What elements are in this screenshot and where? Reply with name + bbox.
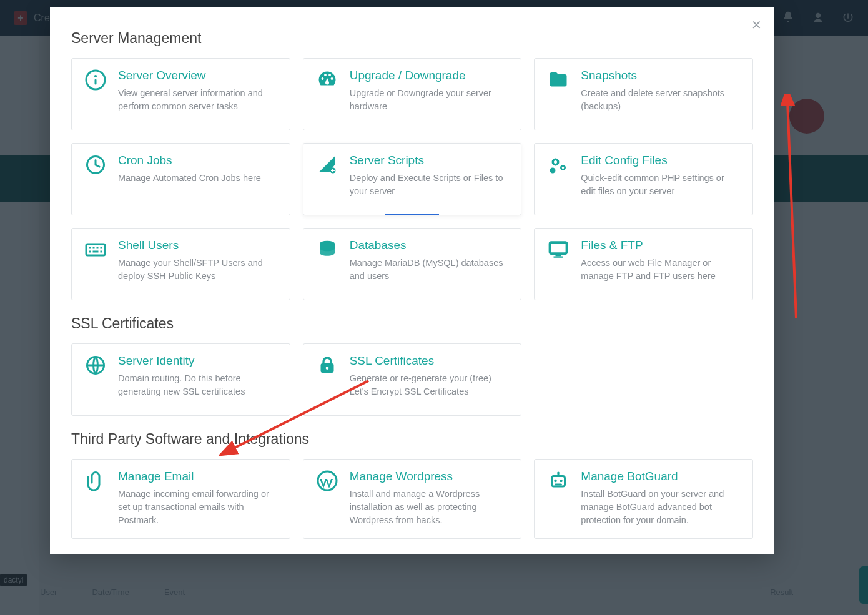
card-desc: Install BotGuard on your server and mana… [581,488,741,527]
card-files-ftp[interactable]: Files & FTP Access our web File Manager … [534,228,753,300]
lock-icon [315,354,340,404]
card-manage-wordpress[interactable]: Manage Wordpress Install and manage a Wo… [303,459,522,539]
robot-icon [546,470,571,527]
card-title: Server Scripts [350,154,510,168]
section-third-party: Third Party Software and Integrations [71,431,753,448]
keyboard-icon [83,239,108,288]
card-cron-jobs[interactable]: Cron Jobs Manage Automated Cron Jobs her… [71,143,290,215]
svg-rect-1 [95,79,97,85]
card-title: Server Identity [118,354,279,368]
card-title: SSL Certificates [350,354,510,368]
card-title: Databases [350,239,510,253]
monitor-icon [546,239,571,288]
wordpress-icon [315,470,340,527]
card-manage-email[interactable]: Manage Email Manage incoming email forwa… [71,459,290,539]
card-title: Edit Config Files [581,154,741,168]
script-icon [315,154,340,204]
card-shell-users[interactable]: Shell Users Manage your Shell/SFTP Users… [71,228,290,300]
card-desc: Deploy and Execute Scripts or Files to y… [350,172,510,198]
card-edit-config[interactable]: Edit Config Files Quick-edit common PHP … [534,143,753,215]
card-title: Server Overview [118,69,279,83]
card-desc: Generate or re-generate your (free) Let'… [350,372,510,398]
card-desc: Install and manage a Wordpress installat… [350,488,510,527]
svg-rect-15 [554,257,563,258]
clock-icon [83,154,108,204]
svg-rect-11 [101,251,102,253]
card-title: Snapshots [581,69,741,83]
card-desc: Upgrade or Downgrade your server hardwar… [350,87,510,113]
card-server-identity[interactable]: Server Identity Domain routing. Do this … [71,343,290,416]
card-desc: Access our web File Manager or manage FT… [581,257,741,283]
cogs-icon [546,154,571,204]
card-server-scripts[interactable]: Server Scripts Deploy and Execute Script… [303,143,522,215]
svg-rect-13 [550,242,567,253]
card-desc: Domain routing. Do this before generatin… [118,372,279,398]
card-desc: Create and delete server snapshots (back… [581,87,741,113]
close-icon[interactable]: ✕ [751,19,762,31]
svg-rect-14 [556,255,561,257]
card-title: Upgrade / Downgrade [350,69,510,83]
database-icon [315,239,340,288]
svg-point-0 [94,75,97,77]
section-server-management: Server Management [71,30,753,47]
svg-rect-10 [93,251,99,253]
card-title: Manage Wordpress [350,470,510,484]
server-management-modal: ✕ Server Management Server Overview View… [50,7,774,554]
svg-point-22 [560,480,563,483]
card-desc: Manage MariaDB (MySQL) databases and use… [350,257,510,283]
svg-rect-5 [89,247,91,249]
info-icon [83,69,108,119]
svg-rect-8 [101,247,102,249]
card-manage-botguard[interactable]: Manage BotGuard Install BotGuard on your… [534,459,753,539]
card-databases[interactable]: Databases Manage MariaDB (MySQL) databas… [303,228,522,300]
card-server-overview[interactable]: Server Overview View general server info… [71,58,290,130]
card-desc: Quick-edit common PHP settings or edit f… [581,172,741,198]
dashboard-icon [315,69,340,119]
card-title: Shell Users [118,239,279,253]
card-desc: Manage incoming email forwarding or set … [118,488,279,527]
card-desc: Manage your Shell/SFTP Users and deploy … [118,257,279,283]
card-title: Manage BotGuard [581,470,741,484]
svg-point-23 [558,471,560,474]
svg-rect-7 [97,247,99,249]
card-title: Cron Jobs [118,154,279,168]
card-desc: Manage Automated Cron Jobs here [118,172,279,185]
folder-icon [546,69,571,119]
card-ssl-certificates[interactable]: SSL Certificates Generate or re-generate… [303,343,522,416]
paperclip-icon [83,470,108,527]
card-title: Files & FTP [581,239,741,253]
card-desc: View general server information and perf… [118,87,279,113]
svg-rect-6 [93,247,95,249]
svg-rect-4 [86,244,105,255]
section-ssl: SSL Certificates [71,315,753,332]
globe-icon [83,354,108,404]
svg-rect-9 [89,251,91,253]
card-snapshots[interactable]: Snapshots Create and delete server snaps… [534,58,753,130]
svg-point-21 [555,480,558,483]
card-title: Manage Email [118,470,279,484]
card-upgrade-downgrade[interactable]: Upgrade / Downgrade Upgrade or Downgrade… [303,58,522,130]
svg-point-18 [325,367,328,370]
